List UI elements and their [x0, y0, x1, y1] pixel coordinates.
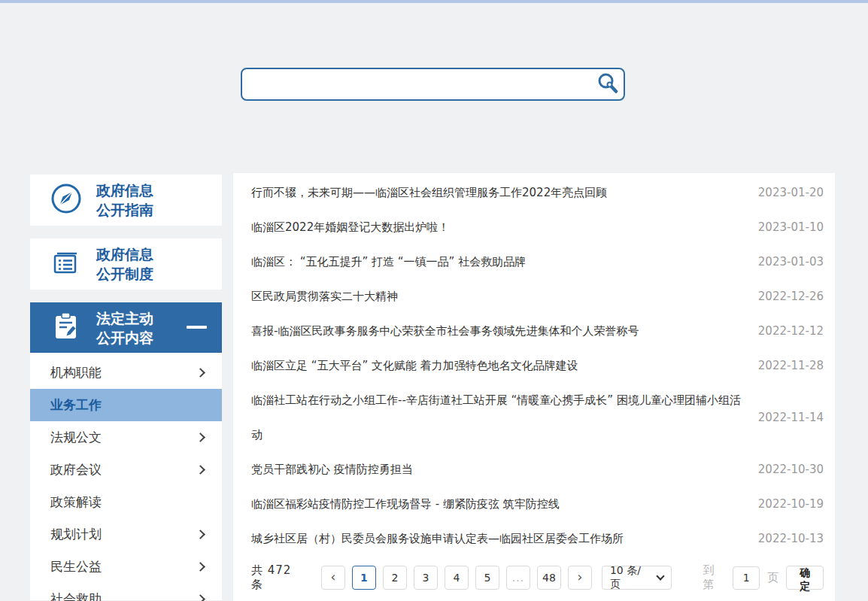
goto-prefix-label: 到第 — [703, 563, 726, 592]
compass-icon — [50, 182, 83, 218]
article-title-link[interactable]: 临淄区： “五化五提升” 打造 “一镇一品” 社会救助品牌 — [251, 244, 743, 279]
page-number-buttons: 12345...48 — [352, 566, 568, 590]
chevron-right-icon — [196, 368, 205, 378]
submenu-item-label: 民生公益 — [50, 558, 102, 575]
chevron-right-icon — [196, 465, 205, 475]
article-row: 区民政局贯彻落实二十大精神2022-12-26 — [251, 279, 824, 314]
sidebar-submenu-item[interactable]: 民生公益 — [30, 551, 222, 583]
article-row: 临淄社工站在行动之小组工作--辛店街道社工站开展 “情暖童心携手成长” 困境儿童… — [251, 383, 824, 452]
article-date: 2023-01-20 — [758, 186, 824, 199]
prev-page-button[interactable]: ‹ — [321, 566, 345, 590]
sidebar-item-label: 公开内容 — [96, 328, 153, 348]
article-title-link[interactable]: 喜报-临淄区民政事务服务中心荣获全市社会事务领域先进集体和个人荣誉称号 — [251, 314, 743, 348]
chevron-right-icon — [196, 594, 205, 601]
submenu-item-label: 机构职能 — [50, 364, 102, 381]
page-number-button[interactable]: 5 — [475, 566, 499, 590]
sidebar-submenu-item[interactable]: 业务工作 — [30, 389, 222, 421]
article-date: 2023-01-03 — [758, 255, 824, 269]
article-date: 2022-10-30 — [758, 463, 824, 476]
sidebar-item-label: 公开指南 — [96, 200, 153, 220]
article-title-link[interactable]: 区民政局贯彻落实二十大精神 — [251, 279, 743, 314]
sidebar-item-label: 公开制度 — [96, 264, 153, 284]
page-number-button[interactable]: 3 — [414, 566, 438, 590]
chevron-right-icon — [196, 562, 205, 572]
article-date: 2022-12-26 — [758, 290, 824, 303]
article-title-link[interactable]: 行而不辍，未来可期——临淄区社会组织管理服务工作2022年亮点回顾 — [251, 175, 743, 210]
page-ellipsis-button[interactable]: ... — [506, 566, 530, 590]
sidebar-submenu-item[interactable]: 机构职能 — [30, 357, 222, 389]
goto-page-input[interactable] — [733, 566, 760, 590]
submenu-item-label: 法规公文 — [50, 429, 102, 446]
submenu-item-label: 规划计划 — [50, 526, 102, 543]
article-date: 2022-10-19 — [758, 497, 824, 511]
article-row: 喜报-临淄区民政事务服务中心荣获全市社会事务领域先进集体和个人荣誉称号2022-… — [251, 314, 824, 348]
chevron-right-icon — [196, 433, 205, 442]
sidebar-submenu-item[interactable]: 政策解读 — [30, 486, 222, 518]
article-row: 行而不辍，未来可期——临淄区社会组织管理服务工作2022年亮点回顾2023-01… — [251, 175, 824, 210]
sidebar-item-guide[interactable]: 政府信息 公开指南 — [30, 175, 222, 226]
article-title-link[interactable]: 临淄区福彩站疫情防控工作现场督导 - 绷紧防疫弦 筑牢防控线 — [251, 487, 743, 521]
search-bar — [241, 68, 625, 101]
pagination-bar: 共 472 条 ‹ 12345...48 › 10 条/页 到第 页 确定 — [251, 563, 824, 592]
sidebar-submenu-item[interactable]: 社会救助 — [30, 583, 222, 601]
page-number-button[interactable]: 1 — [352, 566, 376, 590]
total-count-label: 共 472 条 — [251, 563, 308, 592]
article-row: 临淄区福彩站疫情防控工作现场督导 - 绷紧防疫弦 筑牢防控线2022-10-19 — [251, 487, 824, 521]
search-input[interactable] — [241, 68, 625, 101]
submenu-item-label: 政策解读 — [50, 493, 102, 511]
article-date: 2022-11-28 — [758, 359, 824, 372]
sidebar: 政府信息 公开指南 政府信息 公开制度 — [30, 175, 222, 600]
confirm-button[interactable]: 确定 — [786, 566, 824, 590]
page-number-button[interactable]: 48 — [537, 566, 561, 590]
page-number-button[interactable]: 2 — [383, 566, 407, 590]
next-page-button[interactable]: › — [568, 566, 592, 590]
article-title-link[interactable]: 临淄社工站在行动之小组工作--辛店街道社工站开展 “情暖童心携手成长” 困境儿童… — [251, 383, 743, 452]
article-title-link[interactable]: 党员干部践初心 疫情防控勇担当 — [251, 452, 743, 487]
sidebar-submenu: 机构职能业务工作法规公文政府会议政策解读规划计划民生公益社会救助 — [30, 353, 222, 600]
page-size-select[interactable]: 10 条/页 — [602, 566, 672, 590]
goto-page-group: 到第 页 确定 — [703, 563, 824, 592]
ledger-icon — [50, 246, 83, 282]
sidebar-item-label: 法定主动 — [96, 308, 153, 328]
article-title-link[interactable]: 城乡社区居（村）民委员会服务设施申请认定表—临园社区居委会工作场所 — [251, 521, 743, 556]
sidebar-item-label: 政府信息 — [96, 181, 153, 200]
top-accent-strip — [0, 0, 868, 3]
content-panel: 行而不辍，未来可期——临淄区社会组织管理服务工作2022年亮点回顾2023-01… — [233, 173, 835, 601]
article-row: 临淄区2022年婚姻登记大数据出炉啦！2023-01-10 — [251, 210, 824, 244]
article-row: 临淄区立足 “五大平台” 文化赋能 着力加强特色地名文化品牌建设2022-11-… — [251, 348, 824, 383]
sidebar-submenu-item[interactable]: 政府会议 — [30, 454, 222, 486]
article-title-link[interactable]: 临淄区立足 “五大平台” 文化赋能 着力加强特色地名文化品牌建设 — [251, 348, 743, 383]
article-date: 2023-01-10 — [758, 220, 824, 234]
sidebar-submenu-item[interactable]: 规划计划 — [30, 518, 222, 551]
article-row: 党员干部践初心 疫情防控勇担当2022-10-30 — [251, 452, 824, 487]
search-button[interactable] — [595, 71, 621, 97]
article-list: 行而不辍，未来可期——临淄区社会组织管理服务工作2022年亮点回顾2023-01… — [251, 175, 824, 556]
page-size-value: 10 条/页 — [610, 564, 651, 591]
chevron-down-icon — [656, 572, 664, 580]
article-date: 2022-10-13 — [758, 532, 824, 545]
article-title-link[interactable]: 临淄区2022年婚姻登记大数据出炉啦！ — [251, 210, 743, 244]
submenu-item-label: 政府会议 — [50, 461, 102, 478]
collapse-minus-icon[interactable] — [187, 326, 207, 329]
sidebar-item-label: 政府信息 — [96, 244, 153, 264]
submenu-item-label: 业务工作 — [50, 396, 102, 414]
sidebar-submenu-item[interactable]: 法规公文 — [30, 421, 222, 454]
article-date: 2022-11-14 — [758, 411, 824, 424]
submenu-item-label: 社会救助 — [50, 590, 102, 601]
article-row: 城乡社区居（村）民委员会服务设施申请认定表—临园社区居委会工作场所2022-10… — [251, 521, 824, 556]
sidebar-item-statutory-disclosure[interactable]: 法定主动 公开内容 — [30, 302, 222, 353]
page-number-button[interactable]: 4 — [445, 566, 469, 590]
clipboard-pen-icon — [50, 310, 83, 346]
sidebar-item-system[interactable]: 政府信息 公开制度 — [30, 238, 222, 290]
chevron-right-icon — [196, 530, 205, 539]
goto-suffix-label: 页 — [767, 571, 778, 585]
article-row: 临淄区： “五化五提升” 打造 “一镇一品” 社会救助品牌2023-01-03 — [251, 244, 824, 279]
search-icon — [596, 87, 620, 98]
article-date: 2022-12-12 — [758, 324, 824, 338]
